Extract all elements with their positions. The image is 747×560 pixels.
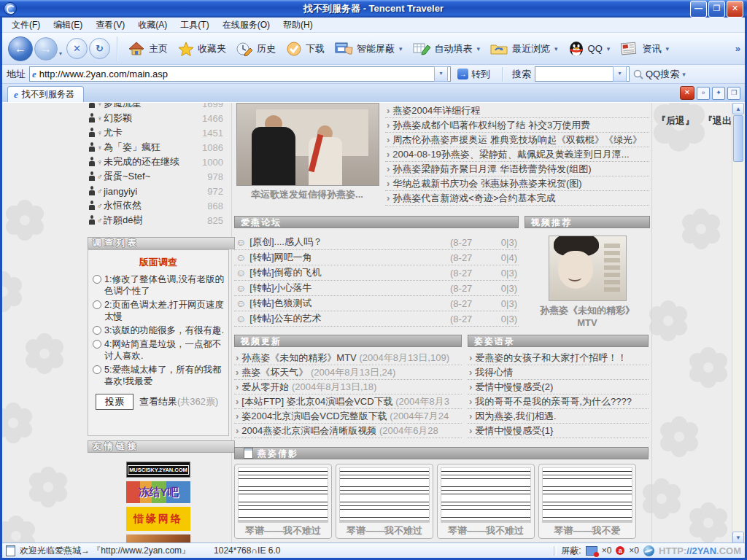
ranking-row[interactable]: ♀幻影颖1466	[88, 111, 231, 125]
ranking-row[interactable]: ♂永恒依然868	[88, 198, 231, 213]
vertical-scrollbar[interactable]: ▲ ▼	[732, 103, 745, 543]
smart-block-button[interactable]: 智能屏蔽 ▾	[330, 36, 408, 62]
quote-item[interactable]: ›我得心情	[468, 365, 649, 380]
news-photo[interactable]	[236, 103, 379, 186]
banner-dongjie[interactable]: 冻结Y吧	[126, 481, 190, 503]
menu-edit[interactable]: 编辑(E)	[47, 18, 89, 32]
video-item[interactable]: ›爱从零开始 (2004年8月13日,18)	[234, 380, 462, 394]
ranking-row[interactable]: ♀多魔流星1699	[88, 103, 231, 111]
address-dropdown-button[interactable]: ▾	[434, 66, 448, 82]
quote-item[interactable]: ›爱情中慢慢感受{1}	[468, 424, 649, 438]
back-link[interactable]: 『后退』	[657, 114, 694, 128]
forward-button[interactable]: →	[34, 37, 58, 61]
go-button[interactable]: → 转到	[454, 68, 493, 81]
news-item[interactable]: ›孙燕姿成都个唱著作权纠纷了结 补交3万使用费	[385, 118, 649, 133]
ranking-row[interactable]: ♀為「姿」瘋狂1086	[88, 140, 231, 155]
gallery-thumbnail[interactable]: 琴谱——我不难过	[234, 464, 332, 539]
forum-post[interactable]: ☺[原创]....感人吗？(8-270|3)	[234, 235, 519, 250]
survey-option[interactable]: 1:修改了整体色调,没有老版的色调个性了	[91, 273, 225, 297]
video-item[interactable]: ›燕姿《坏天气》 (2004年8月13日,24)	[234, 365, 462, 380]
minimize-button[interactable]: —	[690, 1, 707, 18]
view-results-link[interactable]: 查看结果	[139, 395, 177, 408]
recent-button[interactable]: 最近浏览 ▾	[485, 36, 563, 62]
video-item[interactable]: ›[本站FTP] 姿北京04演唱会VCD下载 (2004年8月3	[234, 394, 462, 409]
survey-radio[interactable]	[93, 326, 101, 335]
photo-caption[interactable]: 幸运歌迷发短信得孙燕姿...	[234, 188, 380, 201]
survey-radio[interactable]	[93, 300, 101, 309]
forum-post[interactable]: ☺[转帖]倒霉的飞机(8-270|3)	[234, 265, 519, 281]
toolbar-overflow-button[interactable]: »	[735, 43, 745, 54]
menu-online-services[interactable]: 在线服务(O)	[216, 18, 276, 32]
history-dropdown-icon[interactable]: ▾	[59, 50, 62, 57]
gallery-thumbnail[interactable]: 琴谱——我不难过	[437, 464, 535, 539]
new-window-button[interactable]: ❒	[727, 87, 740, 100]
qq-button[interactable]: QQ ▾	[563, 36, 616, 62]
menu-help[interactable]: 帮助(H)	[276, 18, 320, 32]
close-button[interactable]: ✕	[727, 1, 743, 18]
vote-button[interactable]: 投票	[96, 394, 133, 410]
survey-option[interactable]: 3:该版的功能很多，有很有趣.	[91, 324, 225, 336]
tab-close-button[interactable]: ✕	[680, 86, 694, 100]
ranking-row[interactable]: ♂許願dé樹825	[88, 213, 231, 228]
survey-option[interactable]: 5:爱燕城太棒了，所有的我都喜欢!我最爱	[91, 364, 225, 387]
home-button[interactable]: 主页	[123, 36, 173, 62]
news-item[interactable]: ›孙燕姿代言新游戏<奇迹>合约基本完成	[385, 191, 649, 206]
video-thumbnail[interactable]	[549, 236, 627, 301]
favorites-button[interactable]: 收藏夹	[173, 36, 231, 62]
ranking-row[interactable]: ♀未完成的还在继续1000	[88, 155, 231, 169]
search-input[interactable]: ▾	[535, 66, 630, 82]
recent-dropdown-icon[interactable]: ▾	[554, 45, 558, 52]
news-item[interactable]: ›燕姿2004年详细行程	[385, 104, 649, 118]
survey-radio[interactable]	[93, 275, 101, 284]
survey-option[interactable]: 4:网站简直是垃圾，一点都不讨人喜欢.	[91, 338, 225, 362]
ranking-row[interactable]: ♀尤卡1451	[88, 125, 231, 140]
news-item[interactable]: ›2004-08-19孙燕姿、梁静茹、戴佩妮及黄義逹到日月潭...	[385, 147, 649, 162]
video-item[interactable]: ›2004燕姿北京演唱会清晰版视频 (2004年6月28	[234, 424, 462, 438]
survey-radio[interactable]	[93, 365, 101, 374]
banner-muscisky[interactable]: MUSCISKY.2YAN.COM	[126, 462, 190, 478]
history-button[interactable]: 历史	[231, 36, 281, 62]
video-item[interactable]: ›孙燕姿《未知的精彩》MTV (2004年8月13日,109)	[234, 351, 462, 365]
news-button[interactable]: 资讯 ▾	[615, 36, 674, 62]
news-item[interactable]: ›华纳总裁新书庆功会 张惠妹孙燕姿来祝贺(图)	[385, 176, 649, 191]
stop-button[interactable]: ✕	[66, 38, 88, 59]
tab-server-not-found[interactable]: e 找不到服务器	[7, 86, 84, 102]
pin-button[interactable]: ✦	[712, 87, 725, 100]
forum-post[interactable]: ☺[转帖]色狼测试(8-270|3)	[234, 296, 519, 311]
video-item[interactable]: ›姿2004北京演唱会VCD完整版下载 (2004年7月24	[234, 409, 462, 424]
quote-item[interactable]: ›爱燕姿的女孩子和大家打个招呼！！	[468, 351, 649, 365]
address-input[interactable]: e http://www.2yan.com/main.asp ▾	[29, 66, 451, 82]
menu-file[interactable]: 文件(F)	[5, 18, 47, 32]
back-button[interactable]: ←	[8, 36, 33, 61]
maximize-button[interactable]: ❐	[708, 1, 725, 18]
scroll-down-button[interactable]: ▼	[732, 532, 744, 543]
quote-item[interactable]: ›我的哥哥不是我的亲哥哥,为什么????	[468, 394, 649, 409]
auto-fill-button[interactable]: 自动填表 ▾	[408, 36, 486, 62]
qq-dropdown-icon[interactable]: ▾	[607, 45, 611, 52]
search-dropdown-button[interactable]: ▾	[613, 66, 627, 82]
video-caption[interactable]: 孙燕姿《未知的精彩》 MTV	[525, 304, 650, 329]
forum-post[interactable]: ☺[转帖]公车的艺术(8-270|3)	[234, 311, 519, 327]
scrollbar-thumb[interactable]	[733, 115, 743, 162]
qq-search-dropdown-icon[interactable]: ▾	[682, 71, 686, 78]
menu-favorites[interactable]: 收藏(A)	[131, 18, 174, 32]
menu-view[interactable]: 查看(V)	[89, 18, 131, 32]
gallery-thumbnail[interactable]: 琴谱——我不爱	[538, 464, 636, 539]
news-item[interactable]: ›孙燕姿梁静茹齐聚日月潭 华语榜蕾势待发(组图)	[385, 162, 649, 176]
news-item[interactable]: ›周杰伦孙燕姿声援奥运 雅典竞技场响起《双截棍》《绿光》	[385, 133, 649, 147]
forum-post[interactable]: ☺[转帖]小心落牛(8-270|3)	[234, 281, 519, 296]
smart-block-dropdown-icon[interactable]: ▾	[399, 45, 403, 52]
gallery-thumbnail[interactable]: 琴谱——我不难过	[336, 464, 433, 539]
menu-tools[interactable]: 工具(T)	[174, 18, 215, 32]
scroll-up-button[interactable]: ▲	[732, 103, 744, 114]
download-button[interactable]: 下载	[281, 36, 330, 62]
banner-xiyuan[interactable]: 惜缘网络	[126, 507, 190, 531]
tab-list-button[interactable]: »	[697, 87, 710, 100]
auto-fill-dropdown-icon[interactable]: ▾	[477, 45, 481, 52]
refresh-button[interactable]: ↻	[89, 38, 110, 59]
survey-option[interactable]: 2:页面色调太差,打开网页速度太慢	[91, 299, 225, 322]
quote-item[interactable]: ›因为燕姿,我们相遇.	[468, 409, 649, 424]
forum-post[interactable]: ☺[转帖]网吧一角(8-270|4)	[234, 250, 519, 265]
qq-search-button[interactable]: QQ搜索 ▾	[633, 68, 686, 81]
survey-radio[interactable]	[93, 340, 101, 349]
